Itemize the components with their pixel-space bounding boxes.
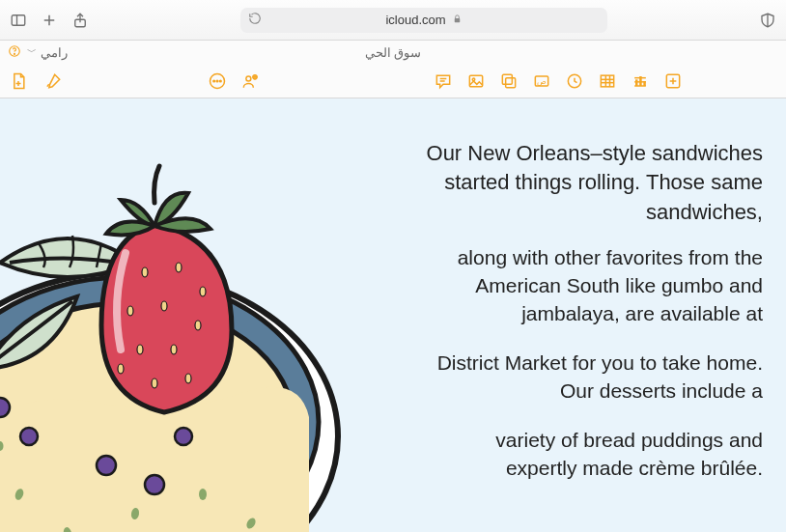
chart-icon[interactable] bbox=[630, 70, 651, 92]
sidebar-toggle-icon[interactable] bbox=[10, 12, 27, 29]
user-menu[interactable]: ﹀ رامي bbox=[8, 44, 68, 61]
svg-point-64 bbox=[185, 374, 191, 383]
svg-rect-37 bbox=[643, 81, 646, 86]
paragraph-4: variety of bread puddings and expertly m… bbox=[357, 427, 763, 483]
more-icon[interactable] bbox=[207, 70, 228, 92]
svg-point-63 bbox=[152, 378, 157, 388]
toolbar-right: ص bbox=[433, 70, 684, 92]
format-brush-icon[interactable] bbox=[42, 70, 64, 92]
add-icon[interactable] bbox=[662, 70, 684, 92]
chevron-down-icon: ﹀ bbox=[27, 45, 37, 59]
svg-rect-22 bbox=[506, 77, 516, 87]
paragraph-1: Our New Orleans–style sandwiches started… bbox=[357, 139, 763, 227]
share-icon[interactable] bbox=[71, 12, 89, 29]
new-tab-icon[interactable] bbox=[41, 12, 58, 29]
address-bar-wrap: icloud.com bbox=[102, 8, 745, 33]
help-icon[interactable] bbox=[8, 44, 21, 61]
svg-point-59 bbox=[161, 301, 167, 311]
browser-right-controls bbox=[759, 12, 776, 29]
toolbar-left bbox=[8, 70, 64, 92]
clock-icon[interactable] bbox=[564, 70, 585, 92]
svg-point-58 bbox=[127, 306, 133, 316]
table-icon[interactable] bbox=[597, 70, 618, 92]
svg-point-47 bbox=[199, 489, 207, 500]
document-canvas[interactable]: Our New Orleans–style sandwiches started… bbox=[0, 98, 786, 532]
lock-icon bbox=[452, 14, 463, 26]
svg-point-56 bbox=[176, 263, 182, 272]
svg-rect-27 bbox=[601, 75, 613, 87]
toolbar-middle bbox=[207, 70, 261, 92]
app-header: ﹀ رامي سوق الحي bbox=[0, 41, 786, 64]
svg-point-60 bbox=[195, 321, 201, 330]
svg-point-62 bbox=[171, 345, 177, 354]
collaborate-icon[interactable] bbox=[239, 70, 261, 92]
browser-left-controls bbox=[10, 12, 89, 29]
svg-rect-20 bbox=[469, 75, 482, 87]
svg-point-13 bbox=[220, 80, 222, 82]
svg-text:ص: ص bbox=[537, 77, 547, 86]
app-toolbar: ص bbox=[0, 64, 786, 98]
svg-rect-36 bbox=[639, 76, 642, 86]
reload-icon[interactable] bbox=[248, 12, 262, 28]
address-bar[interactable]: icloud.com bbox=[240, 8, 607, 33]
image-icon[interactable] bbox=[465, 70, 487, 92]
dessert-illustration bbox=[0, 147, 367, 532]
svg-rect-0 bbox=[12, 14, 25, 25]
svg-point-7 bbox=[14, 53, 15, 54]
document-title: سوق الحي bbox=[365, 45, 421, 60]
svg-point-57 bbox=[200, 287, 206, 296]
paragraph-3: District Market for you to take home. Ou… bbox=[357, 350, 763, 406]
address-text: icloud.com bbox=[385, 13, 445, 27]
comment-icon[interactable] bbox=[433, 70, 454, 92]
browser-chrome: icloud.com bbox=[0, 0, 786, 41]
svg-point-61 bbox=[137, 345, 143, 354]
svg-rect-23 bbox=[502, 74, 512, 84]
svg-point-50 bbox=[0, 398, 10, 417]
privacy-shield-icon[interactable] bbox=[759, 12, 776, 29]
svg-point-52 bbox=[97, 456, 116, 475]
svg-point-65 bbox=[118, 364, 124, 374]
svg-rect-5 bbox=[454, 18, 460, 22]
svg-point-11 bbox=[213, 80, 215, 82]
svg-rect-35 bbox=[635, 79, 638, 86]
svg-point-53 bbox=[175, 428, 192, 445]
svg-point-55 bbox=[142, 267, 148, 277]
user-name: رامي bbox=[41, 45, 68, 60]
document-new-icon[interactable] bbox=[8, 70, 29, 92]
shape-icon[interactable] bbox=[498, 70, 519, 92]
paragraph-2: along with other favorites from the Amer… bbox=[357, 244, 763, 328]
svg-point-51 bbox=[20, 428, 38, 445]
body-text: Our New Orleans–style sandwiches started… bbox=[357, 139, 763, 504]
svg-point-54 bbox=[145, 475, 164, 494]
svg-point-12 bbox=[216, 80, 218, 82]
svg-point-14 bbox=[246, 76, 251, 81]
text-box-icon[interactable]: ص bbox=[531, 70, 552, 92]
